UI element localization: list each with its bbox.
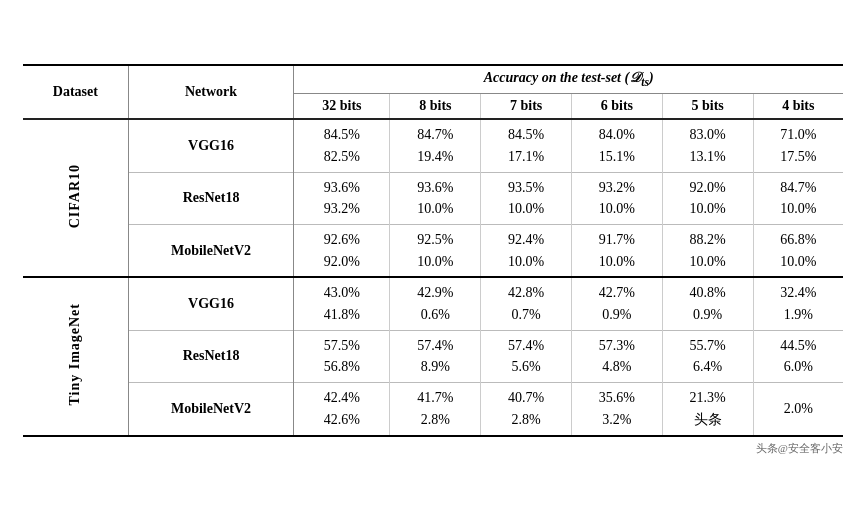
cell-bot: 82.5% [324,149,360,164]
cell-top: 71.0% [780,127,816,142]
cell-top: 93.2% [599,180,635,195]
cell-bot: 10.0% [508,201,544,216]
cell-top: 84.7% [417,127,453,142]
network-cell: VGG16 [128,119,294,172]
cell-bot: 17.5% [780,149,816,164]
cell-bot: 0.7% [512,307,541,322]
cell-bot: 2.8% [421,412,450,427]
cell-top: 84.0% [599,127,635,142]
cell-top: 92.5% [417,232,453,247]
data-cell: 44.5%6.0% [753,330,843,382]
data-cell: 42.8%0.7% [481,277,572,330]
table-row: ResNet1893.6%93.2%93.6%10.0%93.5%10.0%93… [23,172,843,224]
cell-bot: 6.4% [693,359,722,374]
table-row: MobileNetV292.6%92.0%92.5%10.0%92.4%10.0… [23,225,843,278]
cell-top: 42.9% [417,285,453,300]
cell-bot: 10.0% [508,254,544,269]
data-cell: 84.0%15.1% [572,119,663,172]
header-row-top: Dataset Network Accuracy on the test-set… [23,65,843,93]
table-container: Dataset Network Accuracy on the test-set… [23,64,843,455]
accuracy-header: Accuracy on the test-set (𝒟ts) [294,65,843,93]
cell-bot: 8.9% [421,359,450,374]
data-cell: 93.2%10.0% [572,172,663,224]
cell-bot: 10.0% [780,254,816,269]
data-cell: 66.8%10.0% [753,225,843,278]
data-cell: 40.7%2.8% [481,383,572,436]
table-row: CIFAR10VGG1684.5%82.5%84.7%19.4%84.5%17.… [23,119,843,172]
col-8bits-header: 8 bits [390,94,481,120]
data-cell: 57.4%5.6% [481,330,572,382]
cell-top: 32.4% [780,285,816,300]
cell-bot: 10.0% [417,201,453,216]
cell-top: 92.4% [508,232,544,247]
cell-top: 66.8% [780,232,816,247]
data-cell: 88.2%10.0% [662,225,753,278]
data-cell: 84.7%10.0% [753,172,843,224]
cell-bot: 0.6% [421,307,450,322]
data-cell: 84.5%17.1% [481,119,572,172]
network-cell: VGG16 [128,277,294,330]
cell-top: 93.6% [324,180,360,195]
cell-bot: 10.0% [417,254,453,269]
cell-bot: 0.9% [602,307,631,322]
table-row: ResNet1857.5%56.8%57.4%8.9%57.4%5.6%57.3… [23,330,843,382]
data-cell: 42.4%42.6% [294,383,390,436]
cell-top: 88.2% [690,232,726,247]
cell-top: 2.0% [784,401,813,416]
cell-top: 92.0% [690,180,726,195]
network-cell: MobileNetV2 [128,225,294,278]
cell-bot: 6.0% [784,359,813,374]
data-cell: 84.5%82.5% [294,119,390,172]
data-cell: 83.0%13.1% [662,119,753,172]
cell-top: 84.7% [780,180,816,195]
cell-bot: 3.2% [602,412,631,427]
data-cell: 32.4%1.9% [753,277,843,330]
cell-bot: 42.6% [324,412,360,427]
data-cell: 41.7%2.8% [390,383,481,436]
data-cell: 92.6%92.0% [294,225,390,278]
cell-bot: 2.8% [512,412,541,427]
data-cell: 43.0%41.8% [294,277,390,330]
cell-bot: 10.0% [690,254,726,269]
cell-top: 57.4% [508,338,544,353]
table-row: MobileNetV242.4%42.6%41.7%2.8%40.7%2.8%3… [23,383,843,436]
data-cell: 91.7%10.0% [572,225,663,278]
col-7bits-header: 7 bits [481,94,572,120]
cell-bot: 0.9% [693,307,722,322]
cell-top: 91.7% [599,232,635,247]
cell-top: 35.6% [599,390,635,405]
data-cell: 21.3%头条 [662,383,753,436]
cell-bot: 41.8% [324,307,360,322]
data-cell: 93.5%10.0% [481,172,572,224]
cell-bot: 19.4% [417,149,453,164]
col-6bits-header: 6 bits [572,94,663,120]
cell-top: 55.7% [690,338,726,353]
network-cell: MobileNetV2 [128,383,294,436]
cell-top: 42.8% [508,285,544,300]
data-cell: 57.5%56.8% [294,330,390,382]
cell-bot: 10.0% [780,201,816,216]
cell-bot: 5.6% [512,359,541,374]
cell-bot: 10.0% [599,254,635,269]
network-cell: ResNet18 [128,330,294,382]
col-network-header: Network [128,65,294,119]
data-cell: 57.4%8.9% [390,330,481,382]
dataset-label-0: CIFAR10 [67,164,83,228]
watermark: 头条@安全客小安 [23,441,843,456]
cell-top: 57.4% [417,338,453,353]
data-cell: 42.9%0.6% [390,277,481,330]
accuracy-table: Dataset Network Accuracy on the test-set… [23,64,843,436]
data-cell: 40.8%0.9% [662,277,753,330]
table-row: Tiny ImageNetVGG1643.0%41.8%42.9%0.6%42.… [23,277,843,330]
data-cell: 71.0%17.5% [753,119,843,172]
cell-top: 21.3% [690,390,726,405]
cell-bot: 10.0% [690,201,726,216]
data-cell: 92.4%10.0% [481,225,572,278]
col-5bits-header: 5 bits [662,94,753,120]
cell-bot: 头条 [694,412,722,427]
cell-bot: 10.0% [599,201,635,216]
data-cell: 84.7%19.4% [390,119,481,172]
cell-bot: 1.9% [784,307,813,322]
cell-bot: 56.8% [324,359,360,374]
data-cell: 57.3%4.8% [572,330,663,382]
